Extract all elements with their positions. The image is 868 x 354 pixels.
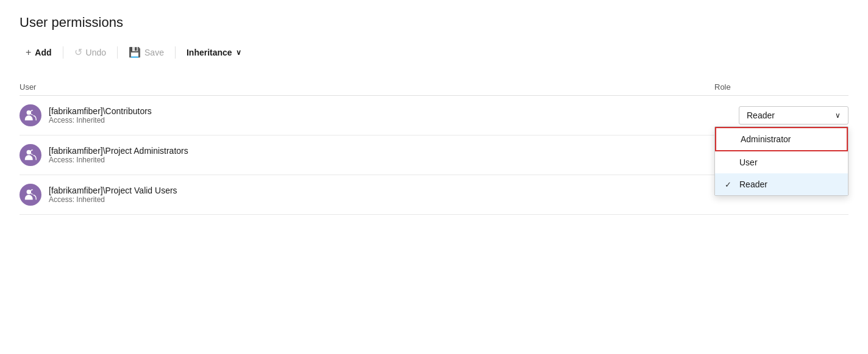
save-button[interactable]: 💾 Save xyxy=(123,43,170,62)
checkmark-icon: ✓ xyxy=(725,180,735,189)
role-cell: Reader ∨ xyxy=(714,106,848,125)
option-label: User xyxy=(739,157,758,167)
toolbar: + Add ↺ Undo 💾 Save Inheritance ∨ xyxy=(20,43,848,67)
table-row: [fabrikamfiber]\Contributors Access: Inh… xyxy=(20,96,848,135)
page-title: User permissions xyxy=(20,15,848,31)
col-user-header: User xyxy=(20,82,714,92)
user-info: [fabrikamfiber]\Project Valid Users Acce… xyxy=(20,184,714,206)
undo-button[interactable]: ↺ Undo xyxy=(68,43,112,62)
option-label: Administrator xyxy=(741,134,791,144)
add-button[interactable]: + Add xyxy=(20,43,58,62)
avatar xyxy=(20,104,41,126)
chevron-down-icon: ∨ xyxy=(236,48,241,57)
option-label: Reader xyxy=(739,179,767,189)
toolbar-divider-3 xyxy=(175,46,176,59)
user-name: [fabrikamfiber]\Contributors xyxy=(49,106,152,116)
dropdown-item-administrator[interactable]: Administrator xyxy=(715,127,848,151)
user-info: [fabrikamfiber]\Contributors Access: Inh… xyxy=(20,104,714,126)
chevron-down-icon: ∨ xyxy=(835,111,841,120)
user-details: [fabrikamfiber]\Project Valid Users Acce… xyxy=(49,186,177,204)
col-role-header: Role xyxy=(714,82,848,92)
user-name: [fabrikamfiber]\Project Valid Users xyxy=(49,186,177,195)
user-details: [fabrikamfiber]\Contributors Access: Inh… xyxy=(49,106,152,125)
save-icon: 💾 xyxy=(129,46,141,58)
toolbar-divider-1 xyxy=(63,46,63,59)
user-group-icon xyxy=(24,148,37,162)
inheritance-label: Inheritance xyxy=(187,48,232,57)
user-group-icon xyxy=(24,109,37,122)
avatar xyxy=(20,184,41,206)
user-access: Access: Inherited xyxy=(49,116,152,125)
user-permissions-page: User permissions + Add ↺ Undo 💾 Save Inh… xyxy=(0,0,868,354)
save-label: Save xyxy=(144,48,164,57)
table-header: User Role xyxy=(20,79,848,96)
role-dropdown[interactable]: Reader ∨ xyxy=(739,106,848,125)
dropdown-menu: Administrator User ✓ Reader xyxy=(714,126,848,196)
user-info: [fabrikamfiber]\Project Administrators A… xyxy=(20,144,714,166)
dropdown-item-reader[interactable]: ✓ Reader xyxy=(715,173,848,195)
user-access: Access: Inherited xyxy=(49,195,177,204)
role-value: Reader xyxy=(747,110,775,120)
inheritance-button[interactable]: Inheritance ∨ xyxy=(180,44,247,61)
user-group-icon xyxy=(24,188,37,201)
dropdown-item-user[interactable]: User xyxy=(715,151,848,173)
add-label: Add xyxy=(35,48,51,57)
user-access: Access: Inherited xyxy=(49,156,188,164)
undo-label: Undo xyxy=(86,48,106,57)
undo-icon: ↺ xyxy=(74,46,82,58)
user-details: [fabrikamfiber]\Project Administrators A… xyxy=(49,146,188,164)
user-name: [fabrikamfiber]\Project Administrators xyxy=(49,146,188,156)
plus-icon: + xyxy=(26,47,31,58)
toolbar-divider-2 xyxy=(117,46,118,59)
avatar xyxy=(20,144,41,166)
